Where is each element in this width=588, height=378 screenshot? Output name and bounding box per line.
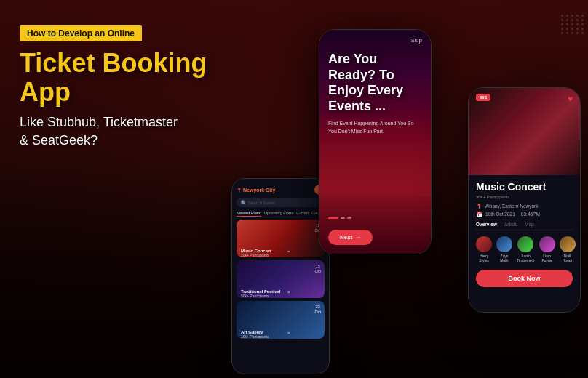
- p2-dot-2: [341, 217, 345, 219]
- p3-tab-artists[interactable]: Artists: [504, 222, 517, 227]
- tag-label: How to Develop an Online: [20, 25, 142, 41]
- p2-subtitle: Find Event Happening Around You So You D…: [328, 120, 422, 135]
- p3-tab-map[interactable]: Map: [525, 222, 534, 227]
- festival-arrow: »: [287, 289, 290, 294]
- artist-justin: Justin Timberlake: [517, 236, 535, 262]
- artist-niall: Niall Horan: [560, 236, 576, 262]
- p3-location-text: Albany, Eastern Newyork: [485, 204, 539, 209]
- p1-location: Newyork City: [237, 188, 275, 193]
- concert-participants: 20k+ Participants: [241, 253, 269, 257]
- gallery-arrow: »: [287, 330, 290, 334]
- sub-title: Like Stubhub, Ticketmaster & SeatGeek?: [20, 113, 238, 150]
- artist-name-harry: Harry Styles: [476, 254, 492, 262]
- p3-artists-list: Harry Styles Zayn Malik Justin Timberlak…: [476, 236, 573, 262]
- gallery-participants: 10k+ Participants: [241, 334, 269, 339]
- p3-date-text: 10th Oct 2021: [485, 212, 515, 217]
- location-icon: 📍: [476, 204, 482, 209]
- gallery-date: 23 Oct: [314, 305, 321, 314]
- p2-skip-button[interactable]: Skip: [410, 37, 422, 44]
- p1-tab-upcoming[interactable]: Upcoming Event: [264, 210, 293, 217]
- festival-date: 15 Oct: [314, 264, 321, 273]
- artist-name-niall: Niall Horan: [560, 254, 576, 262]
- calendar-icon: 📅: [476, 212, 482, 217]
- p3-hero-image: ← ♥ 99$: [469, 88, 580, 175]
- sub-title-line2: & SeatGeek?: [20, 133, 98, 148]
- main-title: Ticket Booking App: [20, 49, 238, 106]
- artist-liam: Liam Payne: [539, 236, 555, 262]
- p1-tab-newest[interactable]: Newest Event: [237, 210, 261, 217]
- p2-title-block: Are You Ready? To Enjoy Every Events ...…: [328, 52, 422, 135]
- p1-search-placeholder[interactable]: Search Event: [248, 201, 274, 205]
- p3-detail-tabs: Overview Artists Map: [476, 222, 573, 230]
- p2-dot-3: [347, 217, 351, 219]
- p3-price-badge: 99$: [476, 94, 490, 101]
- p2-next-button[interactable]: Next →: [328, 230, 373, 245]
- artist-avatar-zayn: [496, 236, 512, 252]
- artist-name-justin: Justin Timberlake: [517, 254, 535, 262]
- concert-arrow: »: [287, 249, 290, 253]
- artist-name-liam: Liam Payne: [539, 254, 555, 262]
- artist-harry: Harry Styles: [476, 236, 492, 262]
- event-card-festival[interactable]: 15 Oct Traditional Festival » 50k+ Parti…: [237, 260, 325, 298]
- arrow-right-icon: →: [355, 234, 361, 241]
- festival-participants: 50k+ Participants: [241, 294, 269, 298]
- sub-title-line1: Like Stubhub, Ticketmaster: [20, 115, 178, 129]
- event-card-gallery[interactable]: 23 Oct Art Gallery » 10k+ Participants: [237, 301, 325, 339]
- artist-avatar-justin: [517, 236, 533, 252]
- search-icon: 🔍: [241, 200, 246, 205]
- p3-datetime-row: 📅 10th Oct 2021 03:45PM: [476, 212, 573, 217]
- artist-zayn: Zayn Malik: [496, 236, 512, 262]
- p1-tab-current[interactable]: Current Eve...: [296, 210, 321, 217]
- event-card-concert[interactable]: 10 Oct Music Concert » 20k+ Participants: [237, 220, 325, 257]
- p2-progress-dots: [328, 217, 351, 219]
- book-now-button[interactable]: Book Now: [476, 270, 573, 287]
- p2-dot-1: [328, 217, 338, 219]
- p3-event-name: Music Concert: [476, 181, 573, 193]
- p3-participants: 30k+ Participants: [476, 195, 573, 199]
- p3-location-row: 📍 Albany, Eastern Newyork: [476, 204, 573, 209]
- phone-event-detail: ← ♥ 99$ Music Concert 30k+ Participants …: [468, 87, 581, 313]
- p2-main-title: Are You Ready? To Enjoy Every Events ...: [328, 52, 422, 114]
- artist-name-zayn: Zayn Malik: [496, 254, 512, 262]
- p3-event-content: Music Concert 30k+ Participants 📍 Albany…: [469, 175, 580, 293]
- p3-time-text: 03:45PM: [521, 212, 540, 217]
- artist-avatar-harry: [476, 236, 492, 252]
- phones-container: Newyork City 🔍 Search Event Newest Event…: [210, 0, 588, 378]
- phone-onboarding: Skip Are You Ready? To Enjoy Every Event…: [319, 29, 432, 254]
- artist-avatar-niall: [560, 236, 576, 252]
- p3-heart-icon[interactable]: ♥: [568, 94, 573, 104]
- phone-listing: Newyork City 🔍 Search Event Newest Event…: [231, 178, 330, 374]
- p3-tab-overview[interactable]: Overview: [476, 222, 497, 227]
- artist-avatar-liam: [539, 236, 555, 252]
- hero-content: How to Develop an Online Ticket Booking …: [20, 25, 238, 150]
